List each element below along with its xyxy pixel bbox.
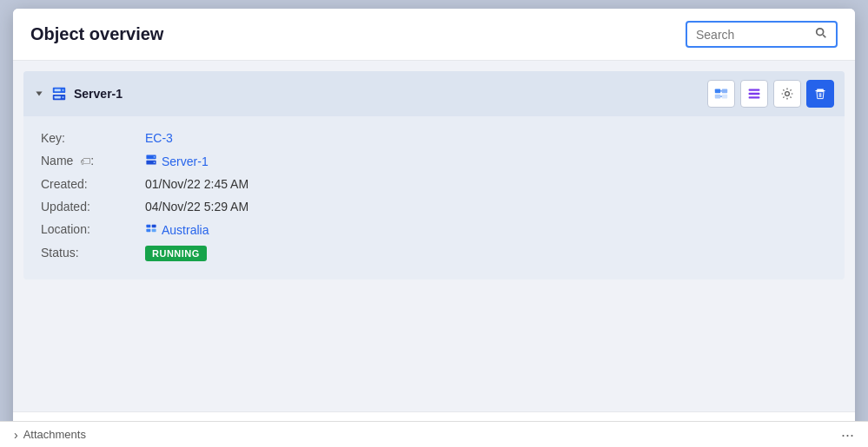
- search-icon: [815, 27, 827, 42]
- chevron-icon: ›: [14, 428, 18, 442]
- expand-collapse-button[interactable]: [34, 89, 44, 99]
- svg-rect-24: [146, 225, 150, 228]
- card-actions: [707, 80, 834, 108]
- status-label: Status:: [41, 246, 145, 260]
- svg-point-22: [154, 156, 156, 158]
- tag-icon: 🏷: [80, 155, 90, 168]
- svg-rect-18: [817, 89, 824, 90]
- svg-rect-25: [152, 225, 156, 228]
- svg-rect-16: [749, 96, 760, 98]
- svg-point-23: [154, 161, 156, 163]
- attachments-label: Attachments: [23, 428, 86, 441]
- svg-point-4: [62, 89, 63, 91]
- object-details: Key: EC-3 Name 🏷:: [23, 116, 845, 279]
- object-name: Server-1: [74, 87, 123, 101]
- svg-rect-10: [715, 95, 720, 99]
- svg-rect-27: [152, 229, 156, 233]
- object-card-header: Server-1: [23, 71, 845, 116]
- location-value[interactable]: Australia: [145, 222, 209, 237]
- created-value: 01/Nov/22 2:45 AM: [145, 177, 248, 191]
- location-icon: [145, 222, 157, 237]
- svg-rect-19: [815, 90, 825, 91]
- svg-point-17: [785, 92, 790, 96]
- detail-row-key: Key: EC-3: [41, 127, 827, 149]
- more-options-button[interactable]: ···: [841, 427, 854, 443]
- location-label: Location:: [41, 222, 145, 236]
- server-icon: [51, 86, 67, 102]
- modal: Object overview: [13, 9, 855, 447]
- modal-header: Object overview: [13, 9, 855, 61]
- detail-row-name: Name 🏷: Server-1: [41, 149, 827, 173]
- svg-rect-14: [749, 89, 760, 90]
- menu-action-button[interactable]: [740, 80, 768, 108]
- detail-row-location: Location: Australia: [41, 218, 827, 241]
- object-card: Server-1: [23, 71, 845, 279]
- settings-action-button[interactable]: [773, 80, 801, 108]
- svg-rect-11: [722, 95, 727, 99]
- detail-row-updated: Updated: 04/Nov/22 5:29 AM: [41, 195, 827, 218]
- svg-rect-9: [722, 89, 727, 93]
- links-action-button[interactable]: [707, 80, 735, 108]
- search-box[interactable]: [686, 21, 838, 48]
- key-value: EC-3: [145, 131, 173, 145]
- svg-point-5: [62, 96, 63, 98]
- updated-label: Updated:: [41, 200, 145, 214]
- created-label: Created:: [41, 177, 145, 191]
- svg-rect-26: [146, 229, 150, 233]
- modal-title: Object overview: [30, 24, 163, 44]
- svg-rect-7: [55, 96, 61, 99]
- key-label: Key:: [41, 131, 145, 145]
- object-card-title: Server-1: [34, 86, 123, 102]
- name-value[interactable]: Server-1: [145, 154, 209, 168]
- bottom-bar: › Attachments ···: [0, 421, 868, 447]
- delete-action-button[interactable]: [806, 80, 834, 108]
- svg-point-0: [817, 29, 824, 36]
- svg-rect-15: [749, 93, 760, 95]
- svg-line-1: [823, 35, 825, 37]
- modal-body: Server-1: [13, 61, 855, 411]
- svg-rect-6: [55, 89, 61, 92]
- detail-row-status: Status: RUNNING: [41, 241, 827, 266]
- detail-row-created: Created: 01/Nov/22 2:45 AM: [41, 173, 827, 195]
- status-badge: RUNNING: [145, 246, 207, 261]
- name-server-icon: [145, 154, 157, 168]
- name-label: Name 🏷:: [41, 154, 145, 168]
- search-input[interactable]: [696, 28, 810, 42]
- updated-value: 04/Nov/22 5:29 AM: [145, 200, 248, 214]
- svg-rect-8: [715, 89, 720, 93]
